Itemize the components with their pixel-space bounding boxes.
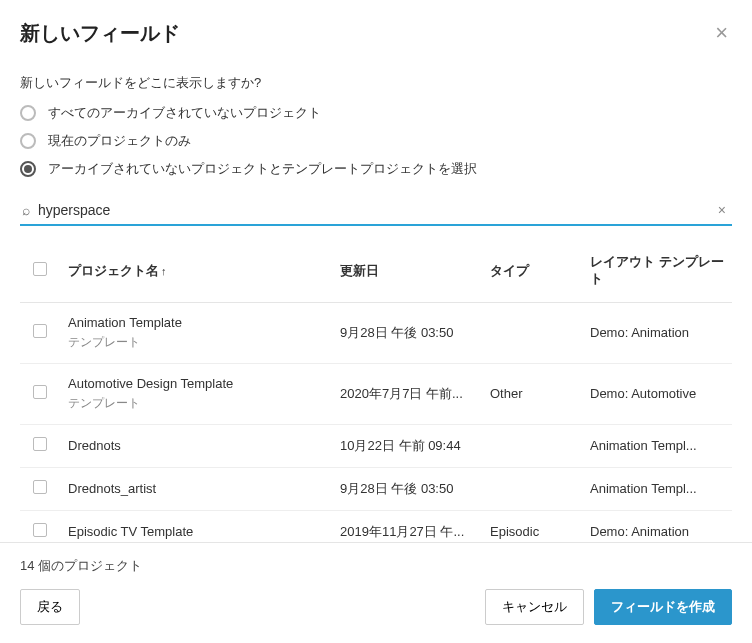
layout-template-cell: Demo: Automotive xyxy=(582,363,732,424)
row-checkbox[interactable] xyxy=(33,523,47,537)
dialog-header: 新しいフィールド × xyxy=(0,0,752,66)
search-input[interactable] xyxy=(38,202,706,218)
type-cell: Episodic xyxy=(482,510,582,542)
type-cell: Other xyxy=(482,363,582,424)
layout-template-cell: Animation Templ... xyxy=(582,424,732,467)
row-checkbox[interactable] xyxy=(33,480,47,494)
projects-table: プロジェクト名↑ 更新日 タイプ レイアウト テンプレート Animation … xyxy=(20,240,732,542)
header-name-label: プロジェクト名 xyxy=(68,263,159,278)
footer-buttons: 戻る キャンセル フィールドを作成 xyxy=(20,589,732,625)
type-cell xyxy=(482,424,582,467)
project-name-wrap: Episodic TV Template xyxy=(68,524,324,539)
project-name-cell: Drednots_artist xyxy=(60,467,332,510)
row-checkbox-cell xyxy=(20,510,60,542)
close-icon[interactable]: × xyxy=(711,18,732,48)
table-row[interactable]: Animation Templateテンプレート9月28日 午後 03:50De… xyxy=(20,302,732,363)
radio-label: アーカイブされていないプロジェクトとテンプレートプロジェクトを選択 xyxy=(48,160,477,178)
row-checkbox[interactable] xyxy=(33,324,47,338)
dialog-footer: 14 個のプロジェクト 戻る キャンセル フィールドを作成 xyxy=(0,542,752,643)
project-subtitle: テンプレート xyxy=(68,395,324,412)
visibility-prompt: 新しいフィールドをどこに表示しますか? xyxy=(20,74,732,92)
project-name-wrap: Animation Templateテンプレート xyxy=(68,315,324,351)
row-checkbox-cell xyxy=(20,363,60,424)
project-name-cell: Episodic TV Template xyxy=(60,510,332,542)
header-layout-label: レイアウト テンプレート xyxy=(590,254,724,288)
project-subtitle: テンプレート xyxy=(68,334,324,351)
sort-asc-icon: ↑ xyxy=(161,265,167,277)
project-count: 14 個のプロジェクト xyxy=(20,557,732,575)
dialog-body: 新しいフィールドをどこに表示しますか? すべてのアーカイブされていないプロジェク… xyxy=(0,66,752,542)
header-type[interactable]: タイプ xyxy=(482,240,582,302)
type-cell xyxy=(482,467,582,510)
visibility-radio-group: すべてのアーカイブされていないプロジェクト 現在のプロジェクトのみ アーカイブさ… xyxy=(20,104,732,178)
project-name: Episodic TV Template xyxy=(68,524,324,539)
radio-label: すべてのアーカイブされていないプロジェクト xyxy=(48,104,321,122)
radio-all-unarchived[interactable]: すべてのアーカイブされていないプロジェクト xyxy=(20,104,732,122)
back-button[interactable]: 戻る xyxy=(20,589,80,625)
table-row[interactable]: Episodic TV Template2019年11月27日 午...Epis… xyxy=(20,510,732,542)
radio-current-only[interactable]: 現在のプロジェクトのみ xyxy=(20,132,732,150)
header-checkbox-cell xyxy=(20,240,60,302)
project-name: Drednots xyxy=(68,438,324,453)
row-checkbox-cell xyxy=(20,302,60,363)
updated-cell: 9月28日 午後 03:50 xyxy=(332,467,482,510)
row-checkbox-cell xyxy=(20,424,60,467)
cancel-button[interactable]: キャンセル xyxy=(485,589,584,625)
table-header-row: プロジェクト名↑ 更新日 タイプ レイアウト テンプレート xyxy=(20,240,732,302)
row-checkbox-cell xyxy=(20,467,60,510)
row-checkbox[interactable] xyxy=(33,385,47,399)
project-name-wrap: Drednots_artist xyxy=(68,481,324,496)
table-row[interactable]: Drednots10月22日 午前 09:44Animation Templ..… xyxy=(20,424,732,467)
type-cell xyxy=(482,302,582,363)
right-buttons: キャンセル フィールドを作成 xyxy=(485,589,732,625)
radio-select-projects[interactable]: アーカイブされていないプロジェクトとテンプレートプロジェクトを選択 xyxy=(20,160,732,178)
projects-table-scroll[interactable]: プロジェクト名↑ 更新日 タイプ レイアウト テンプレート Animation … xyxy=(20,240,732,542)
layout-template-cell: Demo: Animation xyxy=(582,302,732,363)
updated-cell: 10月22日 午前 09:44 xyxy=(332,424,482,467)
new-field-dialog: 新しいフィールド × 新しいフィールドをどこに表示しますか? すべてのアーカイブ… xyxy=(0,0,752,643)
project-name: Drednots_artist xyxy=(68,481,324,496)
header-name[interactable]: プロジェクト名↑ xyxy=(60,240,332,302)
projects-table-wrap: プロジェクト名↑ 更新日 タイプ レイアウト テンプレート Animation … xyxy=(20,240,732,542)
radio-icon xyxy=(20,133,36,149)
header-updated[interactable]: 更新日 xyxy=(332,240,482,302)
radio-icon xyxy=(20,161,36,177)
project-name-cell: Animation Templateテンプレート xyxy=(60,302,332,363)
project-name: Animation Template xyxy=(68,315,324,330)
project-name: Automotive Design Template xyxy=(68,376,324,391)
layout-template-cell: Animation Templ... xyxy=(582,467,732,510)
project-name-wrap: Automotive Design Templateテンプレート xyxy=(68,376,324,412)
project-name-cell: Automotive Design Templateテンプレート xyxy=(60,363,332,424)
dialog-title: 新しいフィールド xyxy=(20,20,180,47)
create-field-button[interactable]: フィールドを作成 xyxy=(594,589,732,625)
table-row[interactable]: Drednots_artist9月28日 午後 03:50Animation T… xyxy=(20,467,732,510)
project-name-cell: Drednots xyxy=(60,424,332,467)
radio-icon xyxy=(20,105,36,121)
radio-label: 現在のプロジェクトのみ xyxy=(48,132,191,150)
search-icon: ⌕ xyxy=(22,203,30,217)
layout-template-cell: Demo: Animation xyxy=(582,510,732,542)
updated-cell: 9月28日 午後 03:50 xyxy=(332,302,482,363)
search-bar: ⌕ × xyxy=(20,196,732,226)
updated-cell: 2019年11月27日 午... xyxy=(332,510,482,542)
table-row[interactable]: Automotive Design Templateテンプレート2020年7月7… xyxy=(20,363,732,424)
select-all-checkbox[interactable] xyxy=(33,262,47,276)
updated-cell: 2020年7月7日 午前... xyxy=(332,363,482,424)
row-checkbox[interactable] xyxy=(33,437,47,451)
header-layout[interactable]: レイアウト テンプレート xyxy=(582,240,732,302)
clear-search-icon[interactable]: × xyxy=(714,202,730,218)
project-name-wrap: Drednots xyxy=(68,438,324,453)
